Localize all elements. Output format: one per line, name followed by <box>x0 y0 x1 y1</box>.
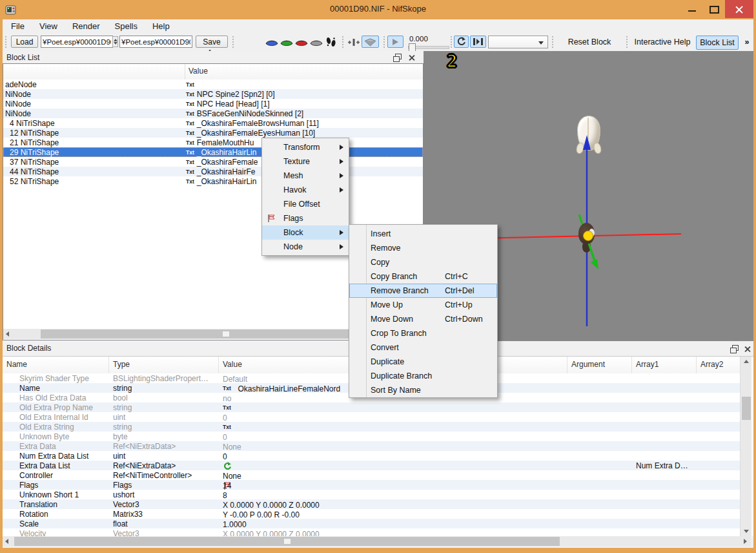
column-header-argument[interactable]: Argument <box>571 360 605 369</box>
nif-load-path-input[interactable] <box>41 36 113 48</box>
flip-frames-button[interactable] <box>470 36 486 48</box>
context-menu-item-flags[interactable]: Flags <box>262 211 349 225</box>
submenu-item-convert[interactable]: Convert <box>349 340 497 355</box>
toolbar-overflow-chevron[interactable]: » <box>741 36 753 48</box>
submenu-item-crop-to-branch[interactable]: Crop To Branch <box>349 326 497 340</box>
path-spinner[interactable] <box>112 36 118 47</box>
play-button[interactable] <box>387 36 404 48</box>
detail-row-controller[interactable]: ControllerRef<NiTimeController>None <box>3 470 740 480</box>
context-menu-item-texture[interactable]: Texture <box>262 154 349 169</box>
float-dock-icon[interactable] <box>730 344 740 353</box>
context-menu-item-node[interactable]: Node <box>262 240 349 254</box>
block-list-row[interactable]: 21 NiTriShapeTxtFemaleMouthHu <box>3 138 423 147</box>
block-list-row[interactable]: 29 NiTriShapeTxt_OkashiraHairLin <box>3 147 423 157</box>
eye-red-icon[interactable] <box>294 37 309 47</box>
column-divider[interactable] <box>185 64 185 79</box>
submenu-item-copy-branch[interactable]: Copy BranchCtrl+C <box>349 269 497 284</box>
submenu-item-duplicate[interactable]: Duplicate <box>349 355 497 369</box>
maximize-button[interactable] <box>703 0 725 18</box>
detail-row-velocity[interactable]: VelocityVector3X 0.0000 Y 0.0000 Z 0.000… <box>3 528 740 536</box>
value-column-header[interactable]: Value <box>189 67 208 76</box>
detail-row-scale[interactable]: Scalefloat1.0000 <box>3 519 740 528</box>
column-header-array2[interactable]: Array2 <box>700 360 723 369</box>
axis-move-icon[interactable] <box>347 38 361 47</box>
main-hscrollbar[interactable] <box>3 536 751 547</box>
scroll-left-button[interactable] <box>3 329 14 339</box>
detail-row-extra-data[interactable]: Extra DataRef<NiExtraData>None <box>3 441 740 451</box>
block-list-row[interactable]: 37 NiTriShapeTxt_OkashiraFemale <box>3 157 423 167</box>
scrollbar-thumb[interactable] <box>742 397 751 420</box>
diamond-view-toggle[interactable] <box>362 36 379 48</box>
submenu-item-insert[interactable]: Insert <box>349 227 497 241</box>
submenu-item-move-up[interactable]: Move UpCtrl+Up <box>349 298 497 312</box>
eye-green-icon[interactable] <box>280 37 294 47</box>
column-header-value[interactable]: Value <box>223 360 242 369</box>
context-menu-item-file-offset[interactable]: File Offset <box>262 197 349 211</box>
detail-row-unknown-byte[interactable]: Unknown Bytebyte0 <box>3 432 740 441</box>
toolbar-grip[interactable] <box>5 36 8 48</box>
context-menu-item-mesh[interactable]: Mesh <box>262 169 349 183</box>
detail-row-old-extra-internal-id[interactable]: Old Extra Internal Iduint0 <box>3 412 740 422</box>
scroll-right-button[interactable] <box>741 536 751 547</box>
load-button[interactable]: Load <box>11 36 38 48</box>
interactive-help-button[interactable]: Interactive Help <box>633 36 691 48</box>
detail-row-translation[interactable]: TranslationVector3X 0.0000 Y 0.0000 Z 0.… <box>3 499 740 509</box>
submenu-item-duplicate-branch[interactable]: Duplicate Branch <box>349 369 497 383</box>
float-dock-icon[interactable] <box>393 53 403 62</box>
block-list-row[interactable]: adeNodeTxt <box>3 79 423 89</box>
column-divider[interactable] <box>696 357 697 373</box>
column-header-type[interactable]: Type <box>113 360 130 369</box>
block-list-row[interactable]: 52 NiTriShapeTxt_OkashiraHairLin <box>3 176 423 186</box>
detail-row-unknown-short-1[interactable]: Unknown Short 1ushort8 <box>3 490 740 499</box>
close-dock-icon[interactable] <box>407 53 417 62</box>
column-header-name[interactable]: Name <box>6 360 27 369</box>
block-list-row[interactable]: 44 NiTriShapeTxt_OkashiraHairFe <box>3 167 423 176</box>
menubar-item-help[interactable]: Help <box>146 19 176 34</box>
submenu-item-remove[interactable]: Remove <box>349 241 497 255</box>
context-menu-item-transform[interactable]: Transform <box>262 140 349 154</box>
footprints-icon[interactable] <box>325 36 340 45</box>
reset-block-details-button[interactable]: Reset Block Details <box>556 36 623 48</box>
close-button[interactable] <box>725 0 753 18</box>
column-divider[interactable] <box>108 357 109 373</box>
detail-row-num-extra-data-list[interactable]: Num Extra Data Listuint0 <box>3 451 740 461</box>
block-list-row[interactable]: 4 NiTriShapeTxt_OkashiraFemaleBrowsHuman… <box>3 118 423 128</box>
column-divider[interactable] <box>218 357 219 373</box>
column-divider[interactable] <box>631 357 632 373</box>
block-list-toggle-button[interactable]: Block List <box>696 36 739 50</box>
minimize-button[interactable] <box>681 0 703 18</box>
animation-select[interactable] <box>488 36 548 48</box>
column-header-array1[interactable]: Array1 <box>636 360 659 369</box>
context-menu-item-block[interactable]: Block <box>262 225 349 240</box>
save-as-button[interactable]: Save As <box>196 36 228 48</box>
nif-save-path-input[interactable] <box>119 36 192 48</box>
scroll-left-button[interactable] <box>3 536 13 547</box>
block-list-row[interactable]: NiNodeTxtBSFaceGenNiNodeSkinned [2] <box>3 109 423 118</box>
block-details-vscrollbar[interactable] <box>740 357 751 536</box>
submenu-item-move-down[interactable]: Move DownCtrl+Down <box>349 312 497 326</box>
detail-row-old-extra-prop-name[interactable]: Old Extra Prop NamestringTxt <box>3 402 740 412</box>
detail-row-extra-data-list[interactable]: Extra Data ListRef<NiExtraData>Num Extra… <box>3 461 740 470</box>
detail-row-rotation[interactable]: RotationMatrix33Y -0.00 P 0.00 R -0.00 <box>3 509 740 519</box>
menubar-item-view[interactable]: View <box>33 19 64 34</box>
detail-row-flags[interactable]: FlagsFlags14 <box>3 480 740 490</box>
detail-row-old-extra-string[interactable]: Old Extra StringstringTxt <box>3 422 740 432</box>
block-list-row[interactable]: 12 NiTriShapeTxt_OkashiraFemaleEyesHuman… <box>3 128 423 138</box>
loop-button[interactable] <box>454 36 469 48</box>
block-list-row[interactable]: NiNodeTxtNPC Spine2 [Spn2] [0] <box>3 89 423 99</box>
block-list-row[interactable]: NiNodeTxtNPC Head [Head] [1] <box>3 99 423 109</box>
scroll-down-button[interactable] <box>741 526 751 536</box>
menubar-item-render[interactable]: Render <box>66 19 107 34</box>
block-list-header[interactable]: Value <box>3 64 423 80</box>
menubar-item-spells[interactable]: Spells <box>108 19 144 34</box>
submenu-item-remove-branch[interactable]: Remove BranchCtrl+Del <box>349 284 497 298</box>
column-divider[interactable] <box>567 357 567 373</box>
submenu-item-copy[interactable]: Copy <box>349 255 497 269</box>
eye-blue-icon[interactable] <box>265 37 279 47</box>
submenu-item-sort-by-name[interactable]: Sort By Name <box>349 383 497 397</box>
scroll-up-button[interactable] <box>741 357 751 367</box>
menubar-item-file[interactable]: File <box>5 19 31 34</box>
context-menu-item-havok[interactable]: Havok <box>262 183 349 197</box>
eye-gray-icon[interactable] <box>309 37 323 47</box>
close-dock-icon[interactable] <box>742 344 753 353</box>
